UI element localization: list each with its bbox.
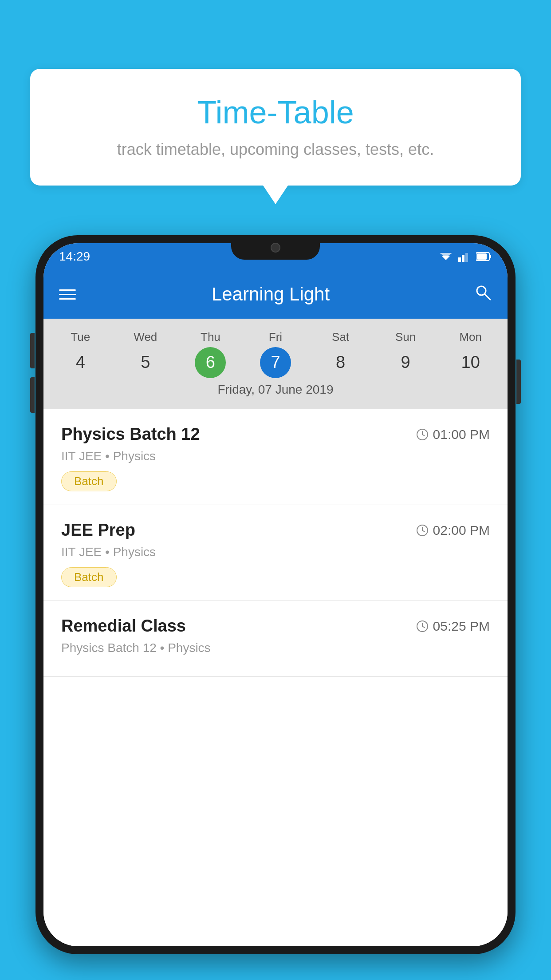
class-time-label-3: 05:25 PM <box>433 619 490 634</box>
svg-rect-7 <box>477 253 487 260</box>
svg-line-18 <box>422 626 425 628</box>
class-item-remedial[interactable]: Remedial Class 05:25 PM Physics Batch <box>43 601 508 677</box>
day-7-selected[interactable]: 7 <box>243 348 308 377</box>
hamburger-menu-icon[interactable] <box>59 289 76 300</box>
batch-badge-2: Batch <box>61 567 117 587</box>
phone-frame: 14:29 <box>35 235 516 954</box>
tooltip-container: Time-Table track timetable, upcoming cla… <box>30 69 521 186</box>
class-meta-2: IIT JEE • Physics <box>61 545 490 559</box>
selected-date-label: Friday, 07 June 2019 <box>43 377 508 405</box>
clock-icon-2 <box>416 524 429 537</box>
phone-vol-up-button <box>30 333 35 368</box>
phone-camera <box>271 243 280 253</box>
search-icon[interactable] <box>474 284 492 305</box>
day-header-tue: Tue <box>48 327 113 348</box>
tooltip-bubble: Time-Table track timetable, upcoming cla… <box>30 69 521 186</box>
clock-icon-3 <box>416 620 429 632</box>
day-headers: Tue Wed Thu Fri Sat Sun Mon <box>43 327 508 348</box>
svg-line-9 <box>485 294 490 300</box>
phone-power-button <box>516 360 521 404</box>
phone-content: 14:29 <box>43 243 508 946</box>
svg-marker-1 <box>440 253 452 257</box>
day-header-wed: Wed <box>113 327 178 348</box>
app-bar: Learning Light <box>43 270 508 319</box>
class-time: 01:00 PM <box>416 427 490 442</box>
class-item-header-2: JEE Prep 02:00 PM <box>61 521 490 540</box>
day-numbers: 4 5 6 7 8 9 10 <box>43 348 508 377</box>
svg-rect-6 <box>489 255 491 258</box>
svg-rect-2 <box>458 257 461 262</box>
phone-notch <box>231 235 320 260</box>
day-6-today[interactable]: 6 <box>178 348 243 377</box>
day-header-sun: Sun <box>373 327 438 348</box>
class-time-2: 02:00 PM <box>416 523 490 538</box>
svg-line-12 <box>422 435 425 436</box>
day-header-sat: Sat <box>308 327 373 348</box>
status-time: 14:29 <box>59 249 90 264</box>
svg-line-15 <box>422 530 425 532</box>
svg-rect-3 <box>462 255 464 262</box>
phone-outer: 14:29 <box>35 235 516 954</box>
phone-vol-down-button <box>30 377 35 413</box>
class-time-label: 01:00 PM <box>433 427 490 442</box>
day-10[interactable]: 10 <box>438 348 503 377</box>
class-item-jee-prep[interactable]: JEE Prep 02:00 PM IIT JEE • Physics <box>43 505 508 601</box>
class-name-2: JEE Prep <box>61 521 135 540</box>
batch-badge: Batch <box>61 471 117 491</box>
day-8[interactable]: 8 <box>308 348 373 377</box>
day-9[interactable]: 9 <box>373 348 438 377</box>
phone-screen: 14:29 <box>43 243 508 946</box>
class-name: Physics Batch 12 <box>61 425 200 444</box>
day-4[interactable]: 4 <box>48 348 113 377</box>
day-header-thu: Thu <box>178 327 243 348</box>
svg-rect-4 <box>465 253 468 262</box>
calendar-strip: Tue Wed Thu Fri Sat Sun Mon 4 5 6 7 8 <box>43 319 508 409</box>
status-icons <box>439 251 492 262</box>
wifi-icon <box>439 251 453 262</box>
tooltip-subtitle: track timetable, upcoming classes, tests… <box>57 140 494 159</box>
class-item-header-3: Remedial Class 05:25 PM <box>61 616 490 636</box>
battery-icon <box>476 252 492 261</box>
tooltip-title: Time-Table <box>57 93 494 131</box>
class-meta: IIT JEE • Physics <box>61 449 490 463</box>
signal-icon <box>458 251 471 262</box>
day-header-mon: Mon <box>438 327 503 348</box>
class-list: Physics Batch 12 01:00 PM IIT JEE • Ph <box>43 409 508 946</box>
class-time-label-2: 02:00 PM <box>433 523 490 538</box>
class-time-3: 05:25 PM <box>416 619 490 634</box>
app-title: Learning Light <box>80 284 461 305</box>
clock-icon <box>416 428 429 441</box>
day-header-fri: Fri <box>243 327 308 348</box>
class-name-3: Remedial Class <box>61 616 186 636</box>
day-5[interactable]: 5 <box>113 348 178 377</box>
class-meta-3: Physics Batch 12 • Physics <box>61 641 490 655</box>
class-item-header: Physics Batch 12 01:00 PM <box>61 425 490 444</box>
class-item-physics-batch-12[interactable]: Physics Batch 12 01:00 PM IIT JEE • Ph <box>43 409 508 505</box>
